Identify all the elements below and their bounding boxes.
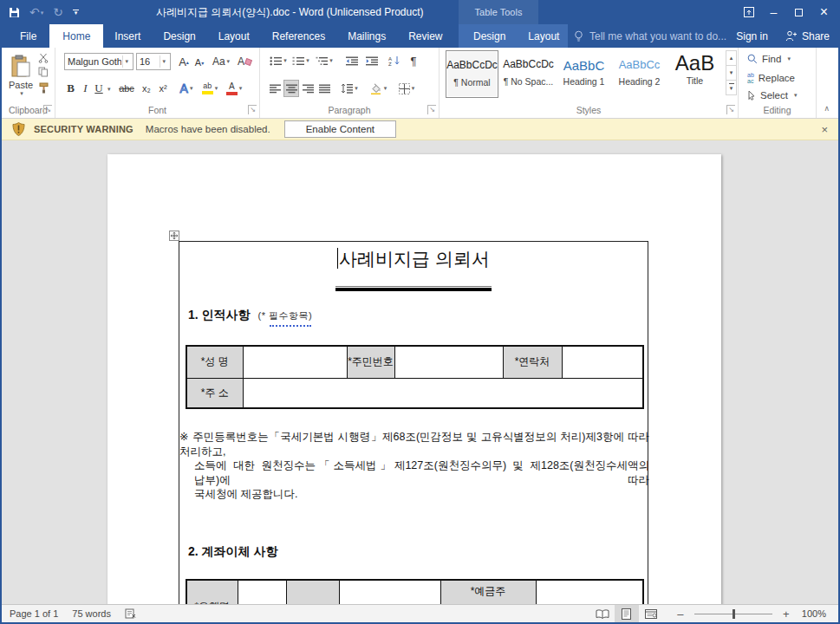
cut-button[interactable]	[36, 52, 50, 64]
strikethrough-button[interactable]: abc	[116, 80, 137, 97]
subscript-button[interactable]: x₂	[139, 80, 154, 97]
copy-button[interactable]	[36, 66, 50, 78]
tab-table-layout[interactable]: Layout	[517, 24, 570, 48]
text-effects-button[interactable]: A▾	[177, 80, 196, 97]
name-input-cell[interactable]	[243, 346, 347, 378]
tell-me-box[interactable]: Tell me what you want to do...	[574, 24, 726, 48]
paragraph-dialog-launcher[interactable]: ↘	[427, 105, 436, 114]
tab-layout[interactable]: Layout	[207, 24, 261, 48]
increase-indent-button[interactable]	[363, 53, 381, 68]
styles-dialog-launcher[interactable]: ↘	[726, 105, 735, 114]
word-count[interactable]: 75 words	[72, 608, 111, 619]
zoom-level[interactable]: 100%	[802, 608, 826, 619]
style-title[interactable]: AaB Title	[668, 50, 721, 98]
tab-design[interactable]: Design	[152, 24, 206, 48]
zoom-slider-thumb[interactable]	[733, 609, 735, 619]
sign-in-button[interactable]: Sign in	[736, 30, 768, 42]
underline-dropdown-icon[interactable]: ▾	[107, 86, 111, 93]
styles-gallery-more-button[interactable]: ▾	[726, 80, 737, 95]
read-mode-button[interactable]	[590, 605, 615, 622]
close-button[interactable]: ×	[811, 0, 837, 24]
underline-button[interactable]: U	[93, 80, 105, 97]
style-no-spacing[interactable]: AaBbCcDc ¶ No Spac...	[502, 50, 555, 98]
highlight-button[interactable]: ab▾	[199, 80, 220, 97]
style-heading2[interactable]: AaBbCc Heading 2	[613, 50, 666, 98]
font-name-combo[interactable]: Malgun Gothic ▾	[64, 53, 133, 70]
holder-label-cell[interactable]: *예금주	[440, 580, 536, 604]
select-button[interactable]: Select▾	[747, 90, 797, 101]
account-label-cell[interactable]	[286, 580, 339, 604]
styles-scroll-up-button[interactable]: ▴	[726, 50, 737, 66]
enable-content-button[interactable]: Enable Content	[284, 120, 396, 138]
decrease-indent-button[interactable]	[343, 53, 361, 68]
font-size-dropdown-icon[interactable]: ▾	[160, 55, 167, 68]
clipboard-dialog-launcher[interactable]: ↘	[43, 105, 52, 114]
document-area[interactable]: 사례비지급 의뢰서 1. 인적사항(* 필수항목) *성 명 *주민번호 *연락…	[2, 140, 838, 604]
resident-id-label-cell[interactable]: *주민번호	[347, 346, 394, 378]
holder-input-cell[interactable]	[536, 580, 643, 604]
style-heading1[interactable]: AaBbC Heading 1	[557, 50, 610, 98]
contact-input-cell[interactable]	[562, 346, 643, 378]
styles-scroll-down-button[interactable]: ▾	[726, 65, 737, 81]
zoom-slider[interactable]	[694, 614, 772, 614]
undo-dropdown-icon[interactable]: ▾	[41, 10, 44, 16]
tab-file[interactable]: File	[7, 24, 49, 48]
italic-button[interactable]: I	[80, 80, 91, 97]
tab-table-design[interactable]: Design	[462, 24, 517, 48]
find-button[interactable]: Find▾	[747, 54, 791, 64]
minimize-button[interactable]: –	[761, 0, 786, 24]
style-normal[interactable]: AaBbCcDc ¶ Normal	[446, 50, 498, 98]
sort-button[interactable]: AZ	[386, 53, 403, 68]
proofing-status-icon[interactable]	[125, 608, 137, 619]
print-layout-button[interactable]	[615, 605, 639, 622]
redo-button[interactable]: ↻	[53, 6, 63, 18]
tab-references[interactable]: References	[261, 24, 336, 48]
shrink-font-button[interactable]: A▾	[192, 55, 206, 70]
zoom-in-button[interactable]: +	[781, 608, 791, 621]
numbering-button[interactable]: ▾	[291, 53, 310, 68]
borders-button[interactable]: ▾	[394, 80, 419, 97]
document-page[interactable]: 사례비지급 의뢰서 1. 인적사항(* 필수항목) *성 명 *주민번호 *연락…	[107, 154, 721, 604]
resident-id-input-cell[interactable]	[394, 346, 503, 378]
undo-button[interactable]: ↶▾	[29, 6, 43, 18]
save-icon[interactable]	[9, 7, 20, 18]
font-color-button[interactable]: A▾	[224, 80, 244, 97]
align-left-button[interactable]	[267, 80, 283, 97]
grow-font-button[interactable]: A▴	[176, 53, 192, 70]
justify-button[interactable]	[316, 80, 332, 97]
clear-formatting-button[interactable]: A	[236, 53, 253, 70]
address-label-cell[interactable]: *주 소	[186, 378, 243, 408]
contact-label-cell[interactable]: *연락처	[503, 346, 562, 378]
tab-home[interactable]: Home	[49, 24, 103, 48]
maximize-button[interactable]	[786, 0, 811, 24]
paragraph-mark-button[interactable]: ¶	[406, 53, 421, 68]
paste-dropdown-icon[interactable]: ▾	[20, 90, 23, 97]
share-button[interactable]: Share	[785, 30, 830, 42]
bank-input-cell[interactable]	[238, 580, 286, 604]
change-case-button[interactable]: Aa▾	[211, 53, 231, 70]
collapse-ribbon-button[interactable]: ∧	[824, 104, 830, 113]
ribbon-display-options-button[interactable]	[736, 0, 761, 24]
align-right-button[interactable]	[300, 80, 316, 97]
warning-close-icon[interactable]: ×	[821, 123, 828, 136]
tab-insert[interactable]: Insert	[103, 24, 152, 48]
line-spacing-button[interactable]: ▾	[338, 80, 361, 97]
tab-review[interactable]: Review	[397, 24, 453, 48]
font-dialog-launcher[interactable]: ↘	[248, 105, 257, 114]
replace-button[interactable]: abac Replace	[747, 72, 795, 84]
paste-button[interactable]: Paste ▾	[9, 51, 33, 100]
bank-label-cell[interactable]: *은행명	[186, 580, 238, 604]
superscript-button[interactable]: x²	[155, 80, 171, 97]
page-indicator[interactable]: Page 1 of 1	[10, 608, 58, 619]
tab-mailings[interactable]: Mailings	[336, 24, 397, 48]
address-input-cell[interactable]	[243, 378, 643, 408]
customize-qat-button[interactable]: ▾	[73, 10, 79, 15]
account-input-cell[interactable]	[339, 580, 440, 604]
bullets-button[interactable]: ▾	[269, 53, 288, 68]
name-label-cell[interactable]: *성 명	[186, 346, 243, 378]
multilevel-list-button[interactable]: ▾	[314, 53, 335, 68]
font-name-dropdown-icon[interactable]: ▾	[122, 55, 130, 68]
table-move-handle[interactable]	[169, 231, 179, 241]
format-painter-button[interactable]	[36, 81, 50, 94]
bold-button[interactable]: B	[64, 80, 77, 97]
